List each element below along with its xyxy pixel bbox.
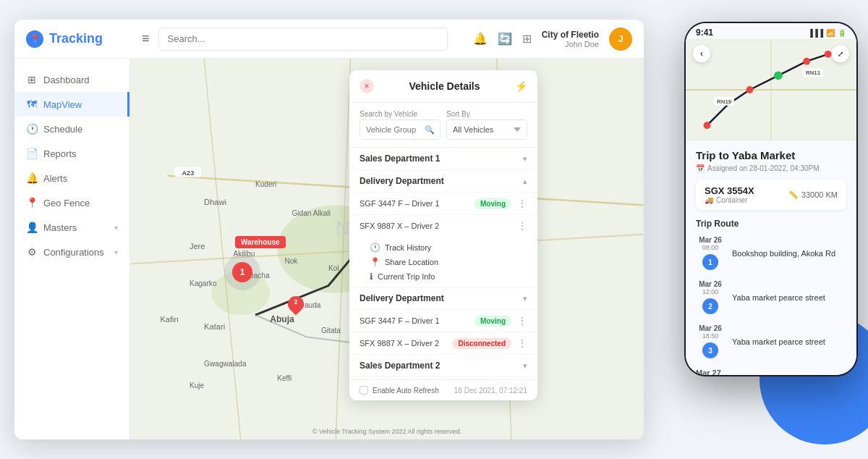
phone-status-icons: ▐▐▐ 📶 🔋: [808, 29, 846, 37]
header-right: 🔔 🔄 ⊞ City of Fleetio John Doe J: [473, 28, 632, 51]
route-dot-2: 2: [702, 298, 718, 314]
schedule-icon: 🕐: [26, 123, 38, 135]
sidebar-item-reports[interactable]: 📄 Reports: [14, 141, 129, 166]
sort-select[interactable]: All Vehicles Moving Stopped Disconnected: [446, 119, 527, 140]
route-location-2: Yaba market pearce street: [732, 293, 825, 302]
vehicle-item-sfx[interactable]: SFX 9887 X – Driver 2 ⋮ 🕐 Track History: [349, 214, 537, 287]
vp-group-header-sales1[interactable]: Sales Department 1 ▾: [349, 148, 537, 169]
group-chevron-sales2: ▾: [523, 361, 527, 371]
route-left-2: Mar 26 12:00 2: [696, 280, 725, 314]
trip-info-icon: ℹ: [370, 271, 373, 282]
mapview-icon: 🗺: [26, 98, 38, 110]
vehicle-menu-1[interactable]: ⋮: [517, 198, 527, 209]
phone-expand[interactable]: ⤢: [832, 45, 849, 62]
sidebar-item-dashboard[interactable]: ⊞ Dashboard: [14, 67, 129, 92]
auto-refresh-checkbox[interactable]: [359, 386, 368, 395]
marker-2[interactable]: 2: [288, 296, 304, 312]
context-track-history[interactable]: 🕐 Track History: [359, 240, 527, 255]
city-name: City of Fleetio: [542, 30, 599, 40]
vehicle-item-sfx2[interactable]: SFX 9887 X – Driver 2 Disconnected ⋮: [349, 332, 537, 354]
share-location-icon: 📍: [370, 257, 380, 267]
route-date-3: Mar 26: [699, 324, 722, 332]
vehicle-item-sgf-1[interactable]: SGF 3447 F – Driver 1 Moving ⋮: [349, 192, 537, 214]
sidebar-item-configurations[interactable]: ⚙ Configurations ▾: [14, 240, 129, 264]
phone-mockup: 9:41 ▐▐▐ 📶 🔋: [684, 22, 858, 376]
geofence-icon: 📍: [26, 197, 38, 209]
svg-text:Nok: Nok: [284, 257, 298, 265]
route-location-1: Bookshop building, Akoka Rd: [732, 249, 835, 258]
vp-filter-icon[interactable]: ⚡: [515, 80, 527, 92]
route-time-3: 18:50: [702, 332, 719, 340]
search-icon: 🔍: [425, 125, 435, 135]
dashboard-icon: ⊞: [26, 74, 38, 85]
svg-text:Kagarko: Kagarko: [190, 279, 217, 287]
vehicle-id-sgf2: SGF 3447 F – Driver 1: [359, 316, 469, 325]
phone-time: 9:41: [696, 28, 713, 38]
map-area[interactable]: A23 A235 Dhawi Kuderi Gidan Alkali Kachi…: [130, 59, 644, 439]
user-name: John Doe: [565, 40, 599, 49]
vp-list: Sales Department 1 ▾ Delivery Department…: [349, 148, 537, 379]
sidebar-label-masters: Masters: [43, 222, 109, 233]
svg-text:Kuje: Kuje: [190, 382, 205, 389]
vehicle-menu-sfx2[interactable]: ⋮: [517, 337, 527, 349]
sidebar-item-geofence[interactable]: 📍 Geo Fence: [14, 190, 129, 215]
avatar[interactable]: J: [609, 28, 632, 51]
search-input[interactable]: [158, 28, 448, 51]
vehicle-menu-2[interactable]: ⋮: [517, 315, 527, 327]
moving-badge-1: Moving: [475, 198, 511, 209]
phone-vehicle-type: 🚚 Container: [705, 196, 754, 204]
phone-nav-back[interactable]: ‹: [693, 45, 710, 62]
sidebar-label-configurations: Configurations: [43, 247, 109, 258]
sidebar-label-mapview: MapView: [43, 99, 116, 110]
svg-text:Kafin: Kafin: [160, 315, 178, 324]
app-body: ⊞ Dashboard 🗺 MapView 🕐 Schedule 📄 Repor…: [14, 59, 644, 439]
reports-icon: 📄: [26, 148, 38, 159]
vp-close-button[interactable]: ×: [359, 79, 374, 93]
sidebar-item-mapview[interactable]: 🗺 MapView: [14, 92, 129, 117]
vehicle-menu-sfx[interactable]: ⋮: [517, 220, 527, 232]
route-date-1: Mar 26: [699, 236, 722, 244]
grid-icon[interactable]: ⊞: [522, 32, 532, 46]
vp-group-header-sales2[interactable]: Sales Department 2 ▾: [349, 355, 537, 376]
config-chevron: ▾: [114, 248, 118, 256]
svg-point-37: [746, 86, 754, 93]
auto-refresh-label: Enable Auto Refresh: [373, 387, 439, 395]
app-title: Tracking: [49, 31, 103, 46]
refresh-icon[interactable]: 🔄: [498, 32, 512, 46]
route-dot-3: 3: [702, 342, 718, 358]
track-history-icon: 🕐: [370, 243, 380, 253]
svg-point-39: [803, 58, 810, 65]
svg-point-36: [704, 122, 711, 129]
city-info: City of Fleetio John Doe: [542, 30, 599, 49]
svg-text:Jere: Jere: [190, 242, 205, 250]
logo-icon: 📍: [26, 30, 43, 48]
route-dot-1: 1: [702, 254, 718, 270]
vp-group-header-delivery1[interactable]: Delivery Department ▴: [349, 170, 537, 192]
vehicle-item-sgf-2[interactable]: SGF 3447 F – Driver 1 Moving ⋮: [349, 309, 537, 332]
route-location-3: Yaba market pearce street: [732, 337, 825, 346]
sidebar-item-schedule[interactable]: 🕐 Schedule: [14, 117, 129, 141]
group-name-delivery1: Delivery Department: [359, 176, 444, 186]
phone-vehicle-info: SGX 3554X 🚚 Container: [705, 185, 754, 204]
group-chevron-sales1: ▾: [523, 154, 527, 164]
sidebar-item-alerts[interactable]: 🔔 Alerts: [14, 166, 129, 190]
svg-text:A23: A23: [182, 169, 195, 177]
vp-group-header-delivery2[interactable]: Delivery Department ▾: [349, 287, 537, 309]
svg-text:Gitata: Gitata: [321, 327, 341, 334]
group-chevron-delivery1: ▴: [523, 177, 527, 186]
context-trip-info[interactable]: ℹ Current Trip Info: [359, 269, 527, 284]
vp-group-sales2: Sales Department 2 ▾: [349, 355, 537, 377]
sidebar-item-masters[interactable]: 👤 Masters ▾: [14, 215, 129, 240]
vehicle-id-sgf1: SGF 3447 F – Driver 1: [359, 199, 469, 208]
hamburger-menu[interactable]: ≡: [142, 31, 150, 46]
phone-screen: 9:41 ▐▐▐ 📶 🔋: [686, 23, 856, 375]
notification-icon[interactable]: 🔔: [473, 32, 488, 46]
context-share-location[interactable]: 📍 Share Location: [359, 255, 527, 269]
route-time-1: 08:00: [702, 244, 719, 251]
route-left-3: Mar 26 18:50 3: [696, 324, 725, 358]
route-date-2: Mar 26: [699, 280, 722, 288]
vp-header: × Vehicle Details ⚡: [349, 70, 537, 103]
phone-km: 📏 33000 KM: [788, 190, 838, 200]
sidebar-label-schedule: Schedule: [43, 124, 118, 135]
group-name-delivery2: Delivery Department: [359, 293, 444, 303]
